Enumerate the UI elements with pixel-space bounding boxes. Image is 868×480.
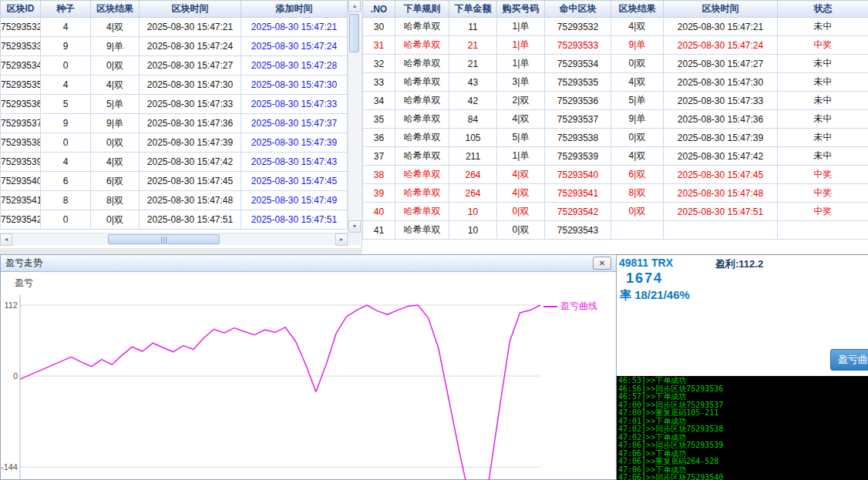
table-row[interactable]: 7529353400|双2025-08-30 15:47:272025-08-3…: [1, 56, 348, 76]
cell-block_id: 75293541: [1, 191, 41, 210]
cell-result: 6|双: [611, 166, 664, 184]
cell-amount: 105: [449, 129, 497, 147]
table-row[interactable]: 37哈希单双2111|单752935394|双2025-08-30 15:47:…: [363, 147, 868, 166]
column-header[interactable]: 种子: [41, 1, 91, 18]
cell-number: 1|单: [497, 18, 545, 36]
cell-number: 1|单: [497, 147, 545, 166]
table-row[interactable]: 7529354188|双2025-08-30 15:47:482025-08-3…: [1, 191, 348, 210]
column-header[interactable]: 区块时间: [664, 1, 778, 18]
table-row[interactable]: 40哈希单双100|双752935420|双2025-08-30 15:47:5…: [363, 203, 868, 221]
log-line: 46:53]>>下单成功: [618, 377, 866, 385]
balance-text: 49811 TRX: [619, 257, 673, 269]
cell-amount: 21: [449, 55, 497, 73]
table-row[interactable]: 7529354200|双2025-08-30 15:47:512025-08-3…: [1, 210, 348, 230]
svg-text:-144: -144: [1, 462, 18, 472]
cell-added_time: 2025-08-30 15:47:49: [241, 191, 348, 210]
cell-rule: 哈希单双: [395, 184, 449, 203]
column-header[interactable]: 区块结果: [91, 1, 140, 18]
column-header[interactable]: 添加时间: [241, 1, 348, 18]
table-row[interactable]: 36哈希单双1055|单752935380|双2025-08-30 15:47:…: [363, 129, 868, 147]
table-row[interactable]: 30哈希单双111|单752935324|双2025-08-30 15:47:2…: [363, 18, 868, 36]
cell-status: 中奖: [778, 166, 868, 184]
svg-text:0: 0: [13, 371, 18, 381]
count-text: 1674: [626, 270, 663, 287]
column-header[interactable]: 区块时间: [140, 1, 241, 18]
column-header[interactable]: 命中区块: [545, 1, 611, 18]
cell-block_time: 2025-08-30 15:47:36: [140, 114, 241, 133]
log-line: 47:06]>>重复底码264-528: [618, 458, 866, 466]
table-row[interactable]: 33哈希单双433|单752935354|双2025-08-30 15:47:3…: [363, 73, 868, 92]
cell-rule: 哈希单双: [395, 18, 449, 36]
table-row[interactable]: 7529353944|双2025-08-30 15:47:422025-08-3…: [1, 153, 348, 172]
svg-text:112: 112: [4, 300, 18, 310]
legend-label: 盈亏曲线: [560, 300, 597, 313]
column-header[interactable]: 区块ID: [1, 1, 41, 18]
table-row[interactable]: 41哈希单双100|双75293543: [363, 221, 868, 240]
column-header[interactable]: 下单金额: [449, 1, 497, 18]
chart-legend: 盈亏曲线: [543, 300, 597, 313]
cell-result: 4|双: [91, 76, 140, 95]
cell-block_time: 2025-08-30 15:47:42: [140, 153, 241, 172]
cell-amount: 264: [449, 166, 497, 184]
cell-block_time: 2025-08-30 15:47:21: [664, 18, 778, 36]
table-row[interactable]: 7529353544|双2025-08-30 15:47:302025-08-3…: [1, 76, 348, 95]
table-row[interactable]: 7529353244|双2025-08-30 15:47:212025-08-3…: [1, 18, 348, 37]
legend-line-marker: [543, 306, 557, 307]
horizontal-scrollbar[interactable]: ◄ ►: [0, 233, 348, 245]
close-button[interactable]: ✕: [593, 257, 611, 270]
table-row[interactable]: 7529353799|单2025-08-30 15:47:362025-08-3…: [1, 114, 348, 133]
cell-block_time: 2025-08-30 15:47:27: [664, 55, 778, 73]
table-row[interactable]: 39哈希单双2644|双752935418|双2025-08-30 15:47:…: [363, 184, 868, 203]
table-row[interactable]: 32哈希单双211|单752935340|双2025-08-30 15:47:2…: [363, 55, 868, 73]
cell-block_time: 2025-08-30 15:47:51: [664, 203, 778, 221]
log-line: 47:06]>>同步区块75293539: [618, 441, 866, 450]
cell-block_time: 2025-08-30 15:47:51: [140, 210, 241, 230]
cell-result: 8|双: [611, 184, 664, 203]
table-row[interactable]: 7529354066|双2025-08-30 15:47:452025-08-3…: [1, 172, 348, 191]
table-row[interactable]: 7529353399|单2025-08-30 15:47:242025-08-3…: [1, 37, 348, 56]
profit-curve-button[interactable]: 盈亏曲线: [830, 349, 868, 371]
cell-rule: 哈希单双: [395, 110, 449, 129]
cell-seed: 9: [41, 114, 91, 133]
scroll-down-icon[interactable]: ▼: [348, 220, 361, 233]
cell-added_time: 2025-08-30 15:47:21: [241, 18, 348, 37]
column-header[interactable]: .NO: [363, 1, 395, 18]
table-row[interactable]: 34哈希单双422|双752935365|单2025-08-30 15:47:3…: [363, 92, 868, 110]
cell-seed: 6: [41, 172, 91, 191]
cell-amount: 84: [449, 110, 497, 129]
cell-hit_block: 75293533: [545, 36, 611, 55]
cell-rule: 哈希单双: [395, 147, 449, 166]
chart-window-titlebar[interactable]: 盈亏走势 ✕: [1, 255, 616, 272]
win-rate-text: 率 18/21/46%: [620, 288, 690, 303]
column-header[interactable]: 下单规则: [395, 1, 449, 18]
vertical-scrollbar-thumb[interactable]: [349, 14, 359, 52]
column-header[interactable]: 状态: [778, 1, 868, 18]
column-header[interactable]: 区块结果: [611, 1, 664, 18]
block-table-header-row: 区块ID种子区块结果区块时间添加时间: [1, 1, 348, 18]
table-row[interactable]: 7529353800|双2025-08-30 15:47:392025-08-3…: [1, 133, 348, 153]
vertical-scrollbar[interactable]: ▲ ▼: [348, 0, 360, 233]
scroll-up-icon[interactable]: ▲: [348, 0, 361, 12]
cell-rule: 哈希单双: [395, 221, 449, 240]
column-header[interactable]: 购买号码: [497, 1, 545, 18]
cell-number: 0|双: [497, 221, 545, 240]
scroll-right-icon[interactable]: ►: [335, 233, 348, 246]
table-row[interactable]: 7529353655|单2025-08-30 15:47:332025-08-3…: [1, 95, 348, 114]
cell-status: 未中: [778, 92, 868, 110]
cell-result: 4|双: [91, 153, 140, 172]
table-row[interactable]: 38哈希单双2644|双752935406|双2025-08-30 15:47:…: [363, 166, 868, 184]
cell-amount: 10: [449, 203, 497, 221]
cell-no: 33: [363, 73, 395, 92]
table-row[interactable]: 35哈希单双844|双752935379|单2025-08-30 15:47:3…: [363, 110, 868, 129]
cell-status: 中奖: [778, 203, 868, 221]
order-table-header-row: .NO下单规则下单金额购买号码命中区块区块结果区块时间状态: [363, 1, 868, 18]
log-line: 47:06]>>同步区块75293540: [618, 474, 866, 480]
cell-number: 4|双: [497, 166, 545, 184]
scroll-left-icon[interactable]: ◄: [0, 233, 12, 246]
log-console[interactable]: 46:53]>>下单成功46:56]>>同步区块7529353646:57]>>…: [617, 376, 868, 480]
profit-chart-window: 盈亏走势 ✕ 盈亏 1120-144 盈亏曲线: [0, 254, 617, 480]
table-row[interactable]: 31哈希单双211|单752935339|单2025-08-30 15:47:2…: [363, 36, 868, 55]
cell-no: 30: [363, 18, 395, 36]
horizontal-scrollbar-thumb[interactable]: [108, 234, 220, 244]
cell-no: 37: [363, 147, 395, 166]
